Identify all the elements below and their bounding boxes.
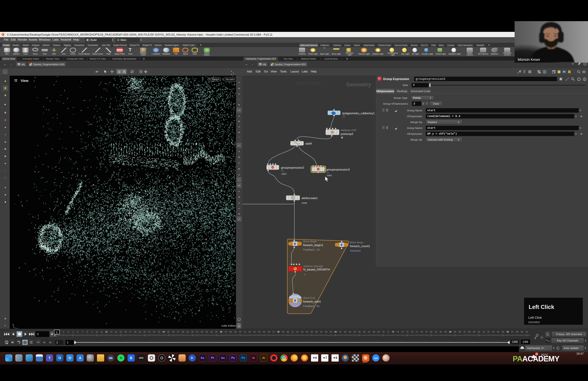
svg-text:81: 81 [435, 331, 437, 333]
svg-text:61: 61 [339, 331, 342, 333]
svg-text:31: 31 [196, 331, 198, 333]
svg-text:73: 73 [397, 331, 399, 333]
svg-text:64: 64 [354, 331, 356, 333]
svg-text:57: 57 [320, 331, 323, 333]
svg-text:26: 26 [172, 331, 174, 333]
svg-text:Mümün Keser: Mümün Keser [518, 57, 540, 61]
svg-text:58: 58 [325, 331, 327, 333]
svg-text:23: 23 [158, 331, 160, 333]
svg-text:foreach_begin1: foreach_begin1 [303, 244, 323, 247]
svg-text:55: 55 [311, 331, 313, 333]
svg-text:4: 4 [68, 331, 69, 333]
svg-text:74: 74 [401, 331, 404, 333]
svg-text:14: 14 [115, 331, 117, 333]
svg-text:Attribute VOP: Attribute VOP [341, 129, 357, 132]
svg-text:39: 39 [234, 331, 237, 333]
svg-text:36: 36 [220, 331, 222, 333]
svg-text:8: 8 [87, 331, 88, 333]
svg-text:59: 59 [330, 331, 332, 333]
svg-text:86: 86 [459, 331, 461, 333]
svg-text:76: 76 [411, 331, 413, 333]
svg-text:7: 7 [82, 331, 83, 333]
svg-text:38: 38 [230, 331, 232, 333]
svg-text:84: 84 [449, 331, 451, 333]
svg-text:22: 22 [153, 331, 155, 333]
svg-text:78: 78 [420, 331, 423, 333]
svg-text:testgeometry_rubbertoy1: testgeometry_rubbertoy1 [342, 112, 375, 115]
svg-text:49: 49 [282, 331, 284, 333]
svg-text:00: 00 [526, 331, 528, 333]
svg-text:41: 41 [244, 331, 246, 333]
svg-text:29: 29 [187, 331, 189, 333]
svg-text:68: 68 [373, 331, 375, 333]
svg-text:y: y [12, 323, 13, 325]
svg-text:16: 16 [125, 331, 127, 333]
svg-text:96: 96 [507, 331, 509, 333]
svg-text:18: 18 [134, 331, 136, 333]
svg-text:19: 19 [139, 331, 141, 333]
svg-text:5: 5 [73, 331, 74, 333]
svg-text:72: 72 [392, 331, 394, 333]
svg-text:47: 47 [273, 331, 275, 333]
svg-text:53: 53 [301, 331, 303, 333]
svg-text:foreach_end1: foreach_end1 [303, 300, 321, 303]
svg-text:98: 98 [516, 331, 518, 333]
svg-text:add4: add4 [305, 142, 312, 145]
svg-text:32: 32 [201, 331, 203, 333]
svg-text:■: ■ [304, 273, 305, 275]
svg-text:3: 3 [63, 331, 64, 333]
svg-text:21: 21 [148, 331, 151, 333]
svg-text:56: 56 [315, 331, 318, 333]
svg-text:70: 70 [382, 331, 385, 333]
svg-text:33: 33 [206, 331, 208, 333]
svg-text:88: 88 [468, 331, 471, 333]
svg-text:87: 87 [464, 331, 466, 333]
svg-text:91: 91 [483, 331, 485, 333]
svg-text:75: 75 [406, 331, 408, 333]
svg-text:groupexpression3: groupexpression3 [327, 168, 350, 171]
svg-text:97: 97 [511, 331, 514, 333]
svg-text:state: state [302, 201, 307, 204]
svg-text:1: 1 [56, 331, 58, 334]
svg-text:Feedback : 29: Feedback : 29 [303, 248, 319, 251]
svg-text:17: 17 [129, 331, 131, 333]
svg-text:Metadata: Metadata [350, 249, 361, 252]
svg-text:67: 67 [368, 331, 370, 333]
svg-text:92: 92 [487, 331, 490, 333]
svg-text:46: 46 [268, 331, 270, 333]
svg-text:71: 71 [387, 331, 389, 333]
svg-text:Block End: Block End [303, 296, 315, 299]
svg-text:Block Begin: Block Begin [303, 240, 317, 243]
svg-text:51: 51 [292, 331, 294, 333]
svg-text:35: 35 [215, 331, 217, 333]
svg-text:Block Begin: Block Begin [350, 241, 363, 244]
svg-text:79: 79 [425, 331, 428, 333]
svg-text:Indie Edition: Indie Edition [295, 81, 321, 86]
svg-text:25: 25 [168, 331, 170, 333]
svg-text:65: 65 [358, 331, 361, 333]
svg-text:48: 48 [277, 331, 280, 333]
svg-text:50: 50 [287, 331, 289, 333]
svg-text:34: 34 [210, 331, 213, 333]
svg-text:82: 82 [440, 331, 442, 333]
svg-text:Feedback : 30: Feedback : 30 [303, 305, 319, 308]
svg-text:80: 80 [430, 331, 432, 333]
svg-text:27: 27 [177, 331, 179, 333]
svg-text:90: 90 [478, 331, 480, 333]
svg-text:60: 60 [335, 331, 337, 333]
svg-text:12: 12 [105, 331, 108, 333]
svg-text:pointvop2: pointvop2 [341, 132, 353, 135]
svg-text:62: 62 [344, 331, 346, 333]
svg-text:13: 13 [110, 331, 112, 333]
svg-text:11: 11 [101, 331, 103, 333]
svg-text:43: 43 [253, 331, 256, 333]
svg-text:15: 15 [120, 331, 122, 333]
svg-text:42: 42 [249, 331, 251, 333]
svg-text:30: 30 [191, 331, 194, 333]
svg-text:45: 45 [263, 331, 265, 333]
svg-text:10: 10 [96, 331, 98, 333]
svg-text:Attribute Wrangle: Attribute Wrangle [303, 265, 323, 268]
svg-text:83: 83 [444, 331, 447, 333]
svg-text:52: 52 [296, 331, 299, 333]
svg-text:start: start [327, 174, 332, 177]
